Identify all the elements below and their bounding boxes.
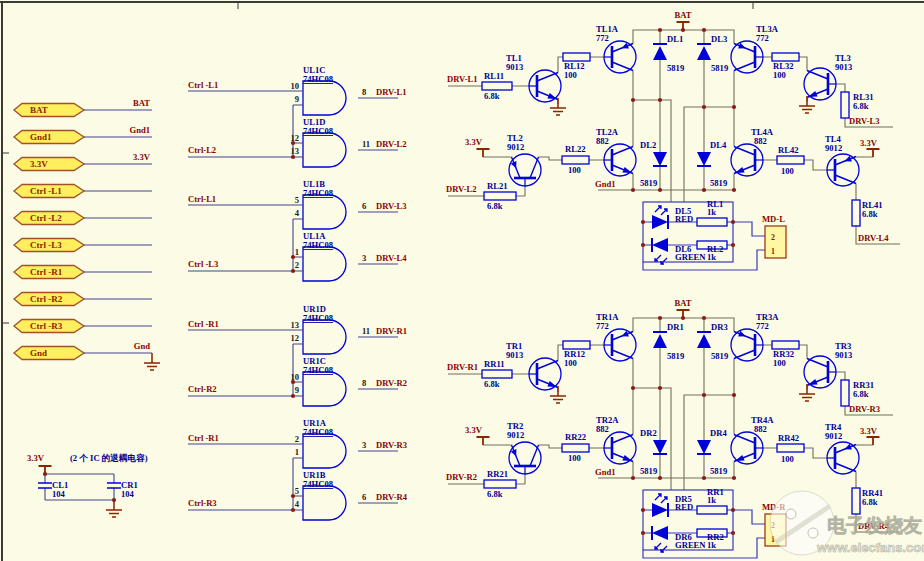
component-value: 9013 (506, 350, 523, 360)
component-value: 1k (707, 252, 716, 262)
net-label: Gnd1 (595, 467, 616, 477)
pin-number: 11 (362, 326, 370, 336)
pin-number: 2 (295, 434, 299, 444)
component-value: 6.8k (853, 101, 869, 111)
component-value: 1k (707, 540, 716, 550)
component-value: 772 (596, 321, 609, 331)
component-value: RED (675, 502, 693, 512)
port-label: 3.3V (30, 159, 48, 169)
net-label: Ctrl-L2 (188, 145, 216, 155)
port-label: Ctrl -L1 (30, 186, 62, 196)
pin-number: 1 (295, 247, 299, 257)
component-value: 882 (596, 424, 609, 434)
component-ref: DL4 (710, 140, 727, 150)
net-label: Gnd1 (129, 125, 150, 135)
net-label: 3.3V (27, 453, 45, 463)
net-label: DRV-R1 (447, 362, 478, 372)
gate-part: 74HC08 (303, 479, 334, 489)
gate-part: 74HC08 (303, 240, 334, 250)
net-label: Ctrl-R2 (188, 384, 217, 394)
component-value: 9012 (825, 431, 842, 441)
component-value: 5819 (710, 178, 727, 188)
component-value: 100 (773, 358, 786, 368)
component-value: 9012 (507, 142, 524, 152)
component-ref: RR11 (484, 359, 505, 369)
component-value: 882 (754, 136, 767, 146)
watermark-brand: 电子发烧友 (827, 515, 922, 536)
pin-number: 8 (362, 378, 367, 388)
component-value: 5819 (710, 466, 727, 476)
component-ref: DL3 (711, 34, 727, 44)
component-value: 1k (707, 495, 716, 505)
net-label: BAT (674, 10, 691, 20)
component-ref: DR2 (640, 428, 657, 438)
pin-number: 4 (295, 499, 300, 509)
component-value: 772 (596, 33, 609, 43)
component-value: 882 (754, 424, 767, 434)
pin-number: 11 (362, 139, 370, 149)
net-label: 3.3V (860, 426, 878, 436)
pin-number: 9 (295, 94, 299, 104)
gate-part: 74HC08 (303, 365, 334, 375)
port-arrow-icon (14, 158, 84, 171)
component-value: 100 (781, 454, 794, 464)
component-ref: DR1 (667, 322, 684, 332)
net-label: DRV-L4 (858, 233, 889, 243)
net-label: DRV-L4 (376, 253, 407, 263)
port-label: Ctrl -L3 (30, 240, 62, 250)
net-label: DRV-L2 (376, 139, 407, 149)
net-label: 3.3V (465, 425, 483, 435)
net-label: DRV-R2 (446, 472, 477, 482)
gate-part: 74HC08 (303, 313, 334, 323)
net-label: Gnd (134, 341, 150, 351)
pin-number: 2 (295, 260, 299, 270)
pin-number: 1 (295, 447, 299, 457)
component-value: 772 (756, 321, 769, 331)
component-value: 1k (707, 207, 716, 217)
component-value: GREEN (675, 540, 706, 550)
connector-ref: MD-L (762, 214, 785, 224)
net-label: DRV-R1 (376, 326, 407, 336)
pin-number: 13 (290, 146, 299, 156)
component-value: 6.8k (862, 209, 878, 219)
net-label: Ctrl -L3 (188, 259, 218, 269)
pin-number: 6 (362, 492, 367, 502)
port-label: Ctrl -R2 (30, 294, 63, 304)
component-ref: RL22 (565, 144, 586, 154)
pin-number: 10 (290, 81, 299, 91)
net-label: Gnd1 (595, 179, 616, 189)
component-ref: RL21 (487, 181, 508, 191)
component-value: 9013 (835, 62, 852, 72)
component-value: GREEN (675, 252, 706, 262)
pin-number: 8 (362, 87, 367, 97)
component-ref: DR3 (711, 322, 728, 332)
net-label: Ctrl-R3 (188, 498, 217, 508)
component-value: 100 (568, 165, 581, 175)
net-label: DRV-L1 (376, 87, 407, 97)
net-label: DRV-L1 (447, 74, 478, 84)
pin-number: 3 (362, 440, 366, 450)
gate-part: 74HC08 (303, 126, 334, 136)
port-arrow-icon (14, 347, 84, 360)
component-ref: RR22 (565, 432, 586, 442)
port-label: Gnd1 (30, 132, 52, 142)
port-label: BAT (30, 105, 48, 115)
pin-number: 10 (290, 372, 299, 382)
component-value: 104 (121, 489, 135, 499)
net-label: DRV-R2 (376, 378, 407, 388)
port-arrow-icon (14, 104, 84, 117)
net-label: Ctrl -R1 (188, 319, 219, 329)
gate-part: 74HC08 (303, 188, 334, 198)
schematic-canvas: BAT BAT Gnd1 Gnd1 3.3V 3.3V Ctrl -L1 Ctr… (0, 0, 924, 561)
component-value: 9012 (825, 143, 842, 153)
port-label: Ctrl -R1 (30, 267, 63, 277)
gate-part: 74HC08 (303, 427, 334, 437)
pin-number: 3 (362, 253, 366, 263)
port-label: Gnd (30, 348, 47, 358)
component-ref: RR42 (778, 433, 799, 443)
pin-number: 9 (295, 385, 299, 395)
component-value: RED (675, 214, 693, 224)
net-label: 3.3V (465, 137, 483, 147)
component-value: 882 (596, 136, 609, 146)
connector-pin: 1 (771, 247, 775, 256)
